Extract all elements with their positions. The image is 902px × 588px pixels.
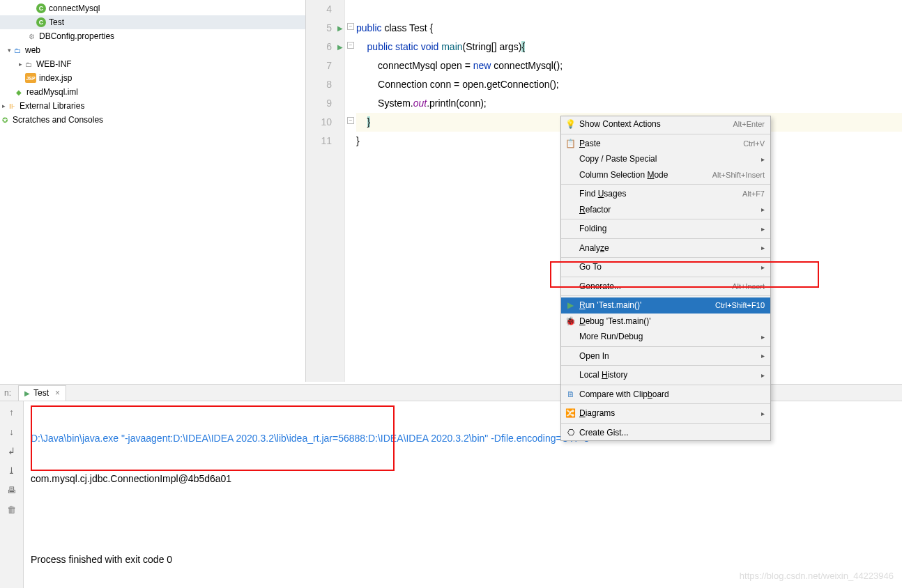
expand-icon[interactable]: ▸	[0, 102, 7, 109]
tree-item-connectmysql[interactable]: CconnectMysql	[0, 1, 305, 15]
menu-analyze[interactable]: Analyze▸	[561, 240, 770, 256]
menu-column-selection[interactable]: Column Selection ModeAlt+Shift+Insert	[561, 167, 770, 183]
tree-item-dbconfig[interactable]: ⚙DBConfig.properties	[0, 29, 305, 43]
paste-icon: 📋	[565, 139, 576, 148]
menu-paste[interactable]: 📋PasteCtrl+V	[561, 136, 770, 152]
fold-icon[interactable]: −	[347, 117, 354, 124]
menu-goto[interactable]: Go To▸	[561, 259, 770, 275]
scroll-to-end-icon[interactable]: ⤓	[6, 464, 18, 477]
tree-item-extlib[interactable]: ▸⊪External Libraries	[0, 99, 305, 113]
tree-item-web[interactable]: ▾🗀web	[0, 43, 305, 57]
play-icon: ▶	[24, 389, 30, 397]
properties-icon: ⚙	[26, 31, 36, 41]
tree-item-readmysql[interactable]: ◆readMysql.iml	[0, 85, 305, 99]
menu-more-run[interactable]: More Run/Debug▸	[561, 329, 770, 345]
play-icon: ▶	[565, 300, 576, 310]
menu-copy-paste-special[interactable]: Copy / Paste Special▸	[561, 151, 770, 167]
menu-open-in[interactable]: Open In▸	[561, 348, 770, 364]
class-icon: C	[36, 3, 46, 13]
console-line: Process finished with exit code 0	[31, 550, 895, 568]
github-icon: ⎔	[565, 428, 576, 438]
console-line: com.mysql.cj.jdbc.ConnectionImpl@4b5d6a0…	[31, 470, 895, 488]
menu-find-usages[interactable]: Find UsagesAlt+F7	[561, 186, 770, 202]
watermark: https://blog.csdn.net/weixin_44223946	[740, 571, 894, 581]
context-menu[interactable]: 💡Show Context ActionsAlt+Enter 📋PasteCtr…	[560, 116, 771, 441]
fold-icon[interactable]: −	[347, 42, 354, 49]
scratch-icon: ✪	[0, 115, 10, 125]
compare-icon: 🗎	[565, 389, 576, 399]
tree-item-test[interactable]: CTest	[0, 15, 305, 29]
fold-icon[interactable]: −	[347, 23, 354, 30]
jsp-icon: JSP	[25, 73, 36, 83]
soft-wrap-icon[interactable]: ↲	[6, 444, 18, 457]
scroll-up-icon[interactable]: ↑	[6, 405, 18, 418]
menu-show-context[interactable]: 💡Show Context ActionsAlt+Enter	[561, 116, 770, 132]
expand-icon[interactable]: ▸	[17, 61, 24, 68]
menu-debug[interactable]: 🐞Debug 'Test.main()'	[561, 314, 770, 330]
library-icon: ⊪	[7, 101, 17, 111]
fold-column: − − −	[345, 0, 356, 382]
run-tab-test[interactable]: ▶ Test ×	[18, 385, 66, 401]
menu-local-history[interactable]: Local History▸	[561, 367, 770, 383]
menu-diagrams[interactable]: 🔀Diagrams▸	[561, 405, 770, 421]
console-line	[31, 510, 895, 528]
iml-icon: ◆	[14, 87, 24, 97]
menu-create-gist[interactable]: ⎔Create Gist...	[561, 425, 770, 441]
run-label: n:	[0, 388, 15, 398]
diagram-icon: 🔀	[565, 408, 576, 418]
scroll-down-icon[interactable]: ↓	[6, 425, 18, 438]
menu-refactor[interactable]: Refactor▸	[561, 202, 770, 218]
run-toolbar: ↑ ↓ ↲ ⤓ 🖶 🗑	[0, 401, 24, 588]
bulb-icon: 💡	[565, 119, 576, 129]
folder-icon: 🗀	[13, 45, 22, 55]
bug-icon: 🐞	[565, 316, 576, 326]
trash-icon[interactable]: 🗑	[6, 503, 18, 516]
class-icon: C	[36, 17, 46, 27]
run-gutter-icon[interactable]: ▶	[337, 38, 343, 56]
expand-icon[interactable]: ▾	[6, 47, 13, 54]
tree-item-webinf[interactable]: ▸🗀WEB-INF	[0, 57, 305, 71]
gutter: 4 5▶ 6▶ 7 8 9 10 11	[306, 0, 345, 382]
close-icon[interactable]: ×	[55, 388, 60, 398]
project-tree[interactable]: CconnectMysql CTest ⚙DBConfig.properties…	[0, 0, 305, 382]
menu-run[interactable]: ▶Run 'Test.main()'Ctrl+Shift+F10	[561, 297, 770, 314]
print-icon[interactable]: 🖶	[6, 483, 18, 496]
menu-folding[interactable]: Folding▸	[561, 221, 770, 237]
folder-icon: 🗀	[24, 59, 33, 69]
tree-item-scratch[interactable]: ✪Scratches and Consoles	[0, 113, 305, 127]
run-gutter-icon[interactable]: ▶	[337, 19, 343, 38]
tree-item-indexjsp[interactable]: JSPindex.jsp	[0, 71, 305, 85]
menu-compare-clipboard[interactable]: 🗎Compare with Clipboard	[561, 387, 770, 403]
menu-generate[interactable]: Generate...Alt+Insert	[561, 279, 770, 295]
